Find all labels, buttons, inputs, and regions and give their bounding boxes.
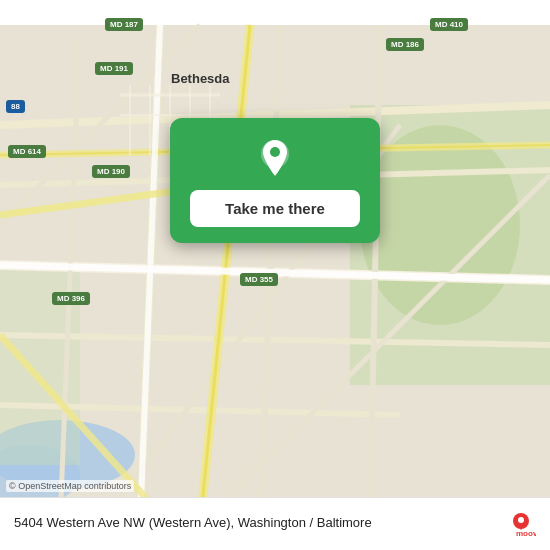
road-label-md614: MD 614 — [8, 145, 46, 158]
road-label-md186: MD 186 — [386, 38, 424, 51]
take-me-there-button[interactable]: Take me there — [190, 190, 360, 227]
moovit-icon: moovit — [506, 508, 536, 538]
address-text: 5404 Western Ave NW (Western Ave), Washi… — [14, 514, 372, 532]
city-label-bethesda: Bethesda — [168, 70, 233, 87]
road-label-md355: MD 355 — [240, 273, 278, 286]
road-label-md187: MD 187 — [105, 18, 143, 31]
svg-text:moovit: moovit — [516, 529, 536, 538]
moovit-logo: moovit — [506, 508, 536, 538]
location-pin-icon — [253, 136, 297, 180]
road-label-md190: MD 190 — [92, 165, 130, 178]
map-attribution: © OpenStreetMap contributors — [6, 480, 134, 492]
popup-card: Take me there — [170, 118, 380, 243]
road-label-md191: MD 191 — [95, 62, 133, 75]
svg-point-36 — [518, 517, 524, 523]
map-container: MD 187 MD 410 MD 191 MD 186 MD 614 MD 19… — [0, 0, 550, 550]
bottom-bar: 5404 Western Ave NW (Western Ave), Washi… — [0, 497, 550, 550]
road-label-md410: MD 410 — [430, 18, 468, 31]
svg-point-34 — [270, 147, 280, 157]
svg-point-4 — [360, 125, 520, 325]
road-label-md396: MD 396 — [52, 292, 90, 305]
road-label-88: 88 — [6, 100, 25, 113]
